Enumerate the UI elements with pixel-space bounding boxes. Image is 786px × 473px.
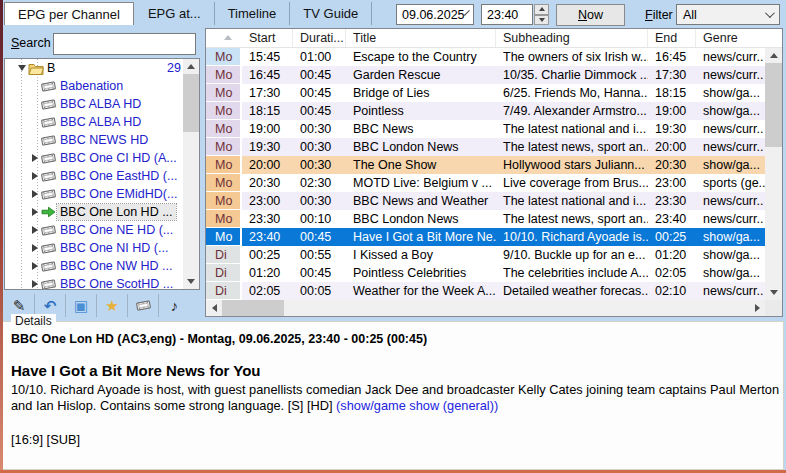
genre-cell: show/ga... <box>696 102 765 120</box>
channel-icon <box>40 189 57 200</box>
table-row[interactable]: Mo 15:45 01:00 Escape to the Country The… <box>206 48 765 66</box>
table-row[interactable]: Mo 20:00 00:30 The One Show Hollywood st… <box>206 156 765 174</box>
expander-closed-icon[interactable] <box>29 190 40 198</box>
table-horizontal-scrollbar[interactable] <box>206 300 765 316</box>
tree-scrollbar[interactable] <box>183 59 199 289</box>
date-picker[interactable]: 09.06.2025 <box>396 4 474 25</box>
channel-tree-item[interactable]: BBC One NI HD (... <box>5 239 184 257</box>
table-row[interactable]: Mo 16:45 00:45 Garden Rescue 10/35. Char… <box>206 66 765 84</box>
channel-tree-item[interactable]: BBC One EMidHD(... <box>5 185 184 203</box>
table-row[interactable]: Mo 19:00 00:30 BBC News The latest natio… <box>206 120 765 138</box>
expander-closed-icon[interactable] <box>29 244 40 252</box>
spin-up-button[interactable] <box>534 4 549 15</box>
expander-closed-icon[interactable] <box>29 262 40 270</box>
tab[interactable]: TV Guide <box>290 2 372 25</box>
subheading-column-header[interactable]: Subheading <box>496 29 648 47</box>
expander-closed-icon[interactable] <box>29 154 40 162</box>
channel-tree: B 29 Babenation <box>4 58 200 290</box>
channel-tree-item[interactable]: BBC One EastHD (... <box>5 167 184 185</box>
scrollbar-thumb[interactable] <box>765 63 782 147</box>
expander-closed-icon[interactable] <box>29 172 40 180</box>
day-column-header[interactable] <box>206 29 242 47</box>
spin-down-button[interactable] <box>534 15 549 26</box>
table-row[interactable]: Di 00:25 00:55 I Kissed a Boy 9/10. Buck… <box>206 246 765 264</box>
channel-label: BBC One ScotHD ... <box>57 276 176 290</box>
table-row[interactable]: Di 02:05 00:05 Weather for the Week A...… <box>206 282 765 300</box>
expander-open-icon[interactable] <box>16 65 27 71</box>
scroll-right-button[interactable] <box>749 300 765 316</box>
table-row[interactable]: Mo 17:30 00:45 Bridge of Lies 6/25. Frie… <box>206 84 765 102</box>
genre-cell: news/curr.. <box>696 120 765 138</box>
favorites-button[interactable]: ★ <box>97 294 128 317</box>
genre-column-header[interactable]: Genre <box>696 29 765 47</box>
genre-cell: news/curr.. <box>696 48 765 66</box>
table-row[interactable]: Mo 23:00 00:30 BBC News and Weather The … <box>206 192 765 210</box>
channel-tree-item[interactable]: Babenation <box>5 77 184 95</box>
scroll-left-button[interactable] <box>206 300 222 316</box>
start-cell: 16:45 <box>242 66 293 84</box>
tab[interactable]: EPG per Channel <box>4 2 134 25</box>
title-cell: BBC London News <box>346 210 496 228</box>
end-cell: 23:00 <box>648 174 696 192</box>
duration-cell: 00:45 <box>293 84 346 102</box>
expander-closed-icon[interactable] <box>29 226 40 234</box>
channel-icon <box>40 153 57 164</box>
expander-closed-icon[interactable] <box>29 208 40 216</box>
tab[interactable]: Timeline <box>215 2 291 25</box>
time-input[interactable]: 23:40 <box>481 4 533 25</box>
audio-button[interactable]: ♪ <box>159 294 190 317</box>
channel-tree-item[interactable]: BBC One ScotHD ... <box>5 275 184 290</box>
table-vertical-scrollbar[interactable] <box>765 48 782 300</box>
title-cell: Escape to the Country <box>346 48 496 66</box>
duration-cell: 00:55 <box>293 246 346 264</box>
subheading-cell: 10/35. Charlie Dimmock ... <box>496 66 648 84</box>
channel-label: BBC One NI HD (... <box>57 240 171 256</box>
day-cell: Mo <box>206 84 242 102</box>
channel-tree-item[interactable]: BBC One NW HD ... <box>5 257 184 275</box>
table-row[interactable]: Mo 23:30 00:10 BBC London News The lates… <box>206 210 765 228</box>
scroll-down-button[interactable] <box>183 274 199 289</box>
table-row[interactable]: Di 01:20 00:45 Pointless Celebrities The… <box>206 264 765 282</box>
tab[interactable]: EPG at... <box>135 2 215 25</box>
tree-folder-row[interactable]: B 29 <box>5 59 184 77</box>
channel-tree-item[interactable]: BBC ALBA HD <box>5 95 184 113</box>
scroll-up-button[interactable] <box>765 48 782 63</box>
channel-tree-item[interactable]: BBC One NE HD (... <box>5 221 184 239</box>
duration-cell: 00:45 <box>293 102 346 120</box>
up-arrow-icon <box>539 7 545 11</box>
duration-column-header[interactable]: Durati... <box>293 29 346 47</box>
table-row[interactable]: Mo 18:15 00:45 Pointless 7/49. Alexander… <box>206 102 765 120</box>
channel-icon <box>40 135 57 146</box>
start-column-header[interactable]: Start <box>242 29 293 47</box>
now-button[interactable]: Now <box>556 4 625 26</box>
channel-tree-item[interactable]: BBC One CI HD (A... <box>5 149 184 167</box>
search-input[interactable] <box>53 33 196 55</box>
scroll-down-button[interactable] <box>765 285 782 300</box>
filter-select[interactable]: All <box>676 4 780 25</box>
title-cell: Have I Got a Bit More Ne... <box>346 228 496 246</box>
title-column-header[interactable]: Title <box>346 29 496 47</box>
scrollbar-thumb[interactable] <box>222 300 284 316</box>
subheading-cell: The latest news, sport an... <box>496 138 648 156</box>
end-column-header[interactable]: End <box>648 29 696 47</box>
channel-tree-item[interactable]: BBC One Lon HD ... <box>5 203 184 221</box>
expander-closed-icon[interactable] <box>29 280 40 288</box>
scroll-up-button[interactable] <box>183 59 199 74</box>
table-row[interactable]: Mo 23:40 00:45 Have I Got a Bit More Ne.… <box>206 228 765 246</box>
start-cell: 19:00 <box>242 120 293 138</box>
channels-button[interactable] <box>128 294 159 317</box>
channel-label: BBC One Lon HD ... <box>57 204 176 220</box>
table-row[interactable]: Mo 20:30 02:30 MOTD Live: Belgium v ... … <box>206 174 765 192</box>
channel-tree-item[interactable]: BBC ALBA HD <box>5 113 184 131</box>
channel-label: BBC One CI HD (A... <box>57 150 180 166</box>
genre-cell: show/ga... <box>696 156 765 174</box>
end-cell: 23:40 <box>648 210 696 228</box>
view-button[interactable]: ▣ <box>66 294 97 317</box>
channel-icon <box>40 171 57 182</box>
genre-link[interactable]: (show/game show (general)) <box>336 398 498 413</box>
title-cell: Weather for the Week A... <box>346 282 496 300</box>
scrollbar-thumb[interactable] <box>183 74 199 132</box>
title-cell: BBC News <box>346 120 496 138</box>
channel-tree-item[interactable]: BBC NEWS HD <box>5 131 184 149</box>
table-row[interactable]: Mo 19:30 00:30 BBC London News The lates… <box>206 138 765 156</box>
